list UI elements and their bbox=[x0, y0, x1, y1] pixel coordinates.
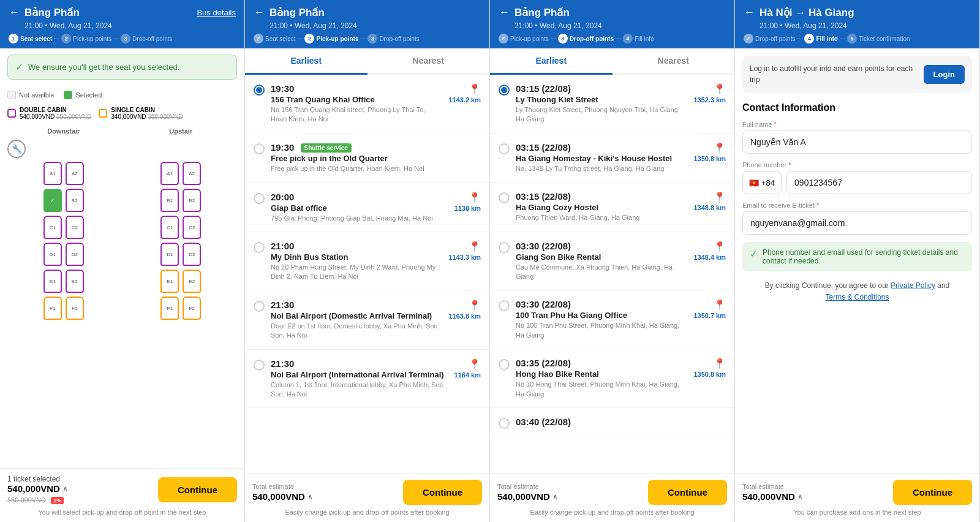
seat-u11[interactable]: F1 bbox=[160, 297, 179, 320]
login-button[interactable]: Login bbox=[924, 65, 965, 84]
pickup-time-4: 21:30 bbox=[271, 300, 442, 310]
email-input[interactable] bbox=[742, 211, 972, 235]
continue-button-p1[interactable]: Continue bbox=[158, 477, 237, 502]
steps-p4: ✓ Drop-off points — 4 Fill info — 5 Tick… bbox=[744, 34, 971, 44]
phone-code: +84 bbox=[761, 178, 775, 187]
continue-button-p2[interactable]: Continue bbox=[403, 480, 482, 505]
dropoff-item-2[interactable]: 03:15 (22/08) Ha Giang Cozy Hostel Phuon… bbox=[490, 183, 734, 232]
tab-nearest-p3[interactable]: Nearest bbox=[612, 48, 735, 75]
radio-3 bbox=[254, 242, 265, 253]
step-num-3: 3 bbox=[121, 34, 130, 44]
bottom-note-p3: Easily change pick-up and drop-off point… bbox=[497, 509, 727, 516]
pickup-item-4[interactable]: 21:30 Noi Bai Airport (Domestic Arrival … bbox=[245, 291, 489, 350]
seat-d12[interactable]: F2 bbox=[66, 297, 84, 320]
dropoff-item-4[interactable]: 03:30 (22/08) 100 Tran Phu Ha Giang Offi… bbox=[490, 290, 734, 349]
terms-conditions-link[interactable]: Terms & Conditions bbox=[825, 293, 889, 301]
legend-selected: Selected bbox=[64, 91, 102, 99]
step-2-p1: 2 Pick-up points bbox=[61, 34, 111, 44]
seat-u5[interactable]: C1 bbox=[160, 216, 179, 239]
back-button-p3[interactable]: ← bbox=[499, 6, 510, 19]
dropoff-radio-1 bbox=[499, 143, 510, 154]
fullname-input[interactable] bbox=[742, 130, 972, 154]
seat-u6[interactable]: C2 bbox=[183, 216, 201, 239]
seat-d7[interactable]: D1 bbox=[43, 243, 62, 266]
double-cabin-label: DOUBLE CABIN bbox=[20, 107, 91, 113]
seat-u8[interactable]: D2 bbox=[183, 243, 201, 266]
pickup-item-2[interactable]: 20:00 Giap Bat office 795 Giai Phong, Ph… bbox=[245, 183, 489, 232]
bottom-bar-p4: Total estimate 540,000VND ∧ Continue You… bbox=[735, 473, 979, 522]
pickup-item-5[interactable]: 21:30 Noi Bai Airport (International Arr… bbox=[245, 350, 489, 409]
seat-d11[interactable]: F1 bbox=[43, 297, 62, 320]
dropoff-radio-2 bbox=[499, 192, 510, 203]
single-cabin: SINGLE CABIN 340,000VND 350,000VND bbox=[99, 107, 183, 120]
dropoff-item-3[interactable]: 03:30 (22/08) Giang Son Bike Rental Cau … bbox=[490, 232, 734, 291]
tab-earliest-p3[interactable]: Earliest bbox=[490, 48, 612, 75]
dropoff-item-0[interactable]: 03:15 (22/08) Ly Thuong Kiet Street Ly T… bbox=[490, 75, 734, 134]
dropoff-radio-0 bbox=[499, 85, 510, 96]
seat-u1[interactable]: A1 bbox=[160, 162, 179, 185]
seat-u12[interactable]: F2 bbox=[183, 297, 201, 320]
seat-d2[interactable]: A2 bbox=[66, 162, 84, 185]
seat-u9[interactable]: E1 bbox=[160, 270, 179, 293]
steps-p3: ✓ Pick-up points — 3 Drop-off points — 4… bbox=[499, 34, 726, 44]
step-num-p4-1: ✓ bbox=[744, 34, 753, 44]
dropoff-loc-icon-4: 📍 bbox=[714, 299, 726, 311]
seat-u7[interactable]: D1 bbox=[160, 243, 179, 266]
private-policy-link[interactable]: Private Policy bbox=[891, 281, 935, 290]
route-date-p1: 21:00 • Wed, Aug 21, 2024 bbox=[24, 21, 236, 30]
bus-details-link[interactable]: Bus details bbox=[197, 8, 236, 17]
pickup-dist-4: 📍 1163.8 km bbox=[448, 300, 481, 320]
policy-text2: and bbox=[937, 281, 949, 290]
dropoff-time-5: 03:35 (22/08) bbox=[516, 358, 687, 368]
dropoff-dist-3: 📍 1348.4 km bbox=[693, 241, 726, 261]
seat-d1[interactable]: A1 bbox=[43, 162, 62, 185]
radio-2 bbox=[254, 193, 265, 204]
back-button-p1[interactable]: ← bbox=[9, 6, 20, 19]
phone-flag[interactable]: 🇻🇳 +84 bbox=[742, 171, 782, 194]
seat-d4[interactable]: B2 bbox=[66, 189, 84, 212]
seat-u3[interactable]: B1 bbox=[160, 189, 179, 212]
total-estimate-p3: Total estimate bbox=[497, 483, 558, 490]
dropoff-dist-5: 📍 1350.8 km bbox=[693, 358, 726, 378]
dropoff-item-1[interactable]: 03:15 (22/08) Ha Giang Homestay - Kiki's… bbox=[490, 134, 734, 183]
phone-input[interactable] bbox=[786, 171, 972, 194]
seat-d5[interactable]: C1 bbox=[43, 216, 62, 239]
seat-d6[interactable]: C2 bbox=[66, 216, 84, 239]
seat-d3[interactable]: ✓ bbox=[43, 189, 62, 212]
seat-u4[interactable]: B2 bbox=[183, 189, 201, 212]
pickup-item-1[interactable]: 19:30 Shuttle service Free pick up in th… bbox=[245, 134, 489, 183]
seat-u10[interactable]: E2 bbox=[183, 270, 201, 293]
seat-u2[interactable]: A2 bbox=[183, 162, 201, 185]
dropoff-loc-icon-0: 📍 bbox=[714, 83, 726, 95]
tab-earliest-p2[interactable]: Earliest bbox=[245, 48, 368, 75]
pickup-info-0: 19:30 156 Tran Quang Khai Office No 156 … bbox=[271, 83, 442, 124]
steps-p2: ✓ Seat select — 2 Pick-up points — 3 Dro… bbox=[254, 34, 481, 44]
continue-button-p3[interactable]: Continue bbox=[648, 480, 727, 505]
header-panel3: ← Bảng Phấn 21:00 • Wed, Aug 21, 2024 ✓ … bbox=[490, 0, 734, 48]
seat-d9[interactable]: E1 bbox=[43, 270, 62, 293]
tab-nearest-p2[interactable]: Nearest bbox=[368, 48, 490, 75]
back-button-p2[interactable]: ← bbox=[254, 6, 265, 19]
contact-info-title: Contact Information bbox=[742, 102, 972, 113]
continue-button-p4[interactable]: Continue bbox=[893, 480, 972, 505]
pickup-item-3[interactable]: 21:00 My Dinh Bus Station No 20 Pham Hun… bbox=[245, 232, 489, 291]
dropoff-addr-0: Ly Thuong Kiet Street, Phuong Nguyen Tra… bbox=[516, 105, 687, 124]
dropoff-info-6: 03:40 (22/08) bbox=[516, 417, 726, 427]
legend-unavailable: Not availble bbox=[7, 91, 54, 99]
back-button-p4[interactable]: ← bbox=[744, 6, 755, 19]
pickup-item-0[interactable]: 19:30 156 Tran Quang Khai Office No 156 … bbox=[245, 75, 489, 134]
dropoff-item-5[interactable]: 03:35 (22/08) Hong Hao Bike Rental No 10… bbox=[490, 349, 734, 408]
info-notice: ✓ Phone number and email used for sendin… bbox=[742, 242, 972, 271]
dropoff-dist-2: 📍 1348.8 km bbox=[693, 191, 726, 211]
selected-label: Selected bbox=[75, 91, 102, 99]
pickup-time-5: 21:30 bbox=[271, 358, 448, 369]
dropoff-time-2: 03:15 (22/08) bbox=[516, 191, 687, 202]
dropoff-item-6[interactable]: 03:40 (22/08) bbox=[490, 408, 734, 438]
dropoff-name-5: Hong Hao Bike Rental bbox=[516, 369, 687, 379]
pickup-info-5: 21:30 Noi Bai Airport (International Arr… bbox=[271, 358, 448, 399]
seats-container: Downstair 🔧 A1 A2 ✓ B2 C1 C2 bbox=[0, 125, 244, 468]
seat-d10[interactable]: E2 bbox=[66, 270, 84, 293]
dropoff-name-1: Ha Giang Homestay - Kiki's House Hostel bbox=[516, 154, 687, 163]
seat-d8[interactable]: D2 bbox=[66, 243, 84, 266]
dropoff-dist-text-3: 1348.4 km bbox=[693, 254, 726, 261]
